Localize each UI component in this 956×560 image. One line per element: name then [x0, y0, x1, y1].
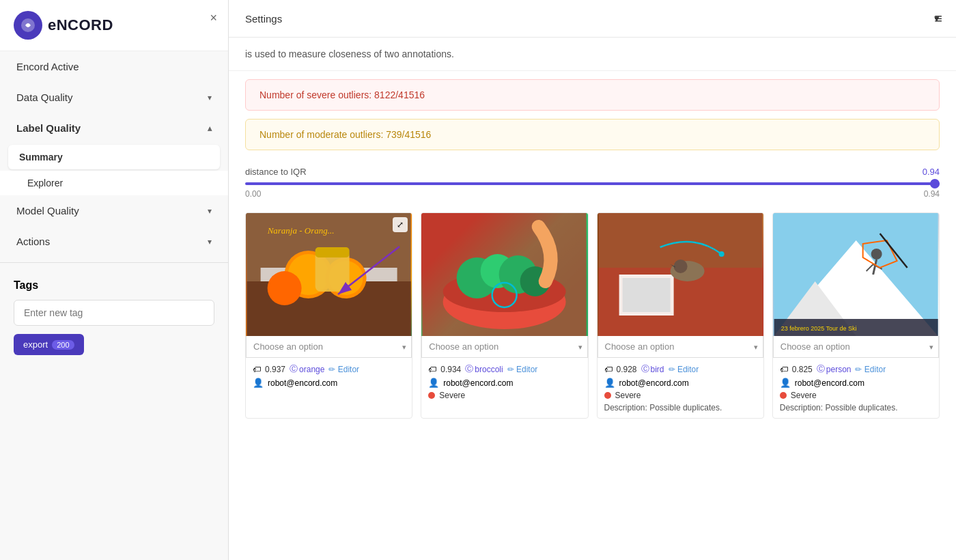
- tags-section: Tags export 200: [0, 268, 228, 366]
- hamburger-button[interactable]: ≡: [934, 11, 942, 27]
- slider-min: 0.00: [245, 189, 261, 199]
- nav-model-quality[interactable]: Model Quality ▾: [0, 195, 228, 226]
- score-3: 0.928: [617, 365, 637, 374]
- user-1: robot@encord.com: [268, 378, 337, 388]
- logo-icon: [14, 11, 42, 40]
- severe-outliers-alert: Number of severe outliers: 8122/41516: [245, 79, 940, 111]
- slider-track: [245, 182, 940, 185]
- select-wrapper-2: Choose an option ▾: [421, 336, 587, 358]
- type-2: broccoli: [475, 365, 503, 374]
- action-select-1[interactable]: Choose an option: [246, 336, 412, 358]
- slider-label: distance to IQR: [245, 167, 307, 177]
- nav-explorer[interactable]: Explorer: [0, 171, 228, 195]
- score-2: 0.934: [440, 365, 461, 374]
- main-content: ≡ Settings ▾ is used to measure closenes…: [229, 0, 956, 560]
- slider-value: 0.94: [923, 167, 940, 177]
- image-thumbnail-4: 23 febrero 2025 Tour de Ski: [773, 213, 939, 336]
- nav-label-quality[interactable]: Label Quality ▴: [0, 113, 228, 143]
- severity-row-3: Severe: [604, 391, 757, 400]
- image-card-3: Choose an option ▾ 🏷 0.928 Ⓒ bird ✏ Edit…: [597, 212, 764, 419]
- meta-score-row-2: 🏷 0.934 Ⓒ broccoli ✏ Editor: [428, 363, 580, 375]
- image-thumbnail-3: [598, 213, 763, 336]
- card-meta-2: 🏷 0.934 Ⓒ broccoli ✏ Editor 👤 robot@enco…: [421, 358, 587, 408]
- svg-point-28: [718, 251, 724, 257]
- moderate-outliers-alert: Number of moderate outliers: 739/41516: [245, 119, 940, 150]
- content-area: Settings ▾ is used to measure closeness …: [229, 0, 956, 435]
- chevron-down-icon: ▾: [208, 93, 212, 102]
- action-select-2[interactable]: Choose an option: [421, 336, 587, 358]
- card-meta-4: 🏷 0.825 Ⓒ person ✏ Editor 👤 robot@encord…: [773, 358, 939, 418]
- severity-row-4: Severe: [780, 391, 932, 400]
- meta-score-row-1: 🏷 0.937 Ⓒ orange ✏ Editor: [253, 363, 405, 375]
- action-select-4[interactable]: Choose an option: [773, 336, 939, 358]
- slider-section: distance to IQR 0.94 0.00 0.94: [229, 158, 956, 212]
- svg-point-27: [673, 260, 687, 273]
- sidebar-header: eNCORD ×: [0, 0, 228, 51]
- type-1: orange: [299, 365, 324, 374]
- select-wrapper-4: Choose an option ▾: [773, 336, 939, 358]
- type-3: bird: [651, 365, 664, 374]
- app-title: eNCORD: [48, 16, 113, 34]
- export-count: 200: [52, 340, 74, 350]
- user-2: robot@encord.com: [443, 378, 513, 388]
- user-icon-1: 👤: [253, 378, 264, 388]
- tag-input[interactable]: [14, 300, 214, 326]
- info-text: is used to measure closeness of two anno…: [229, 38, 956, 71]
- export-button[interactable]: export 200: [14, 334, 84, 355]
- severity-label-2: Severe: [439, 391, 465, 400]
- image-thumbnail-2: [421, 213, 587, 336]
- slider-max: 0.94: [924, 189, 940, 199]
- image-card-4: 23 febrero 2025 Tour de Ski Choose an op…: [772, 212, 940, 419]
- user-3: robot@encord.com: [619, 378, 689, 388]
- score-1: 0.937: [265, 365, 285, 374]
- nav-data-quality[interactable]: Data Quality ▾: [0, 82, 228, 113]
- slider-range: 0.00 0.94: [245, 189, 940, 199]
- editor-link-4[interactable]: ✏ Editor: [855, 365, 886, 374]
- user-4: robot@encord.com: [795, 378, 864, 388]
- meta-user-row-3: 👤 robot@encord.com: [604, 378, 757, 388]
- sidebar: eNCORD × Encord Active Data Quality ▾ La…: [0, 0, 229, 560]
- svg-point-32: [871, 249, 882, 260]
- svg-rect-12: [315, 247, 350, 257]
- nav-actions[interactable]: Actions ▾: [0, 226, 228, 257]
- meta-user-row-2: 👤 robot@encord.com: [428, 378, 580, 388]
- image-thumbnail-1: Naranja - Orang... ⤢: [246, 213, 412, 336]
- severity-dot-3: [604, 392, 611, 399]
- nav-summary[interactable]: Summary: [8, 145, 220, 169]
- image-grid: Naranja - Orang... ⤢ Choose an option ▾ …: [229, 212, 956, 435]
- editor-link-1[interactable]: ✏ Editor: [328, 365, 359, 374]
- user-icon-2: 👤: [428, 378, 439, 388]
- user-icon-4: 👤: [780, 378, 791, 388]
- svg-rect-25: [622, 278, 670, 312]
- top-bar: ≡: [920, 0, 956, 38]
- tags-label: Tags: [14, 279, 214, 292]
- editor-link-3[interactable]: ✏ Editor: [669, 365, 699, 374]
- close-button[interactable]: ×: [210, 11, 217, 25]
- severity-dot-4: [780, 392, 787, 399]
- description-4: Description: Possible duplicates.: [780, 403, 932, 412]
- svg-text:Naranja - Orang...: Naranja - Orang...: [267, 225, 335, 236]
- user-icon-3: 👤: [604, 378, 615, 388]
- select-wrapper-1: Choose an option ▾: [246, 336, 412, 358]
- chevron-down-icon: ▾: [208, 237, 212, 247]
- meta-score-row-4: 🏷 0.825 Ⓒ person ✏ Editor: [780, 363, 932, 375]
- slider-label-row: distance to IQR 0.94: [245, 167, 940, 177]
- severity-label-4: Severe: [791, 391, 817, 400]
- settings-dropdown[interactable]: Settings ▾: [229, 0, 956, 38]
- image-card-1: Naranja - Orang... ⤢ Choose an option ▾ …: [245, 212, 412, 419]
- meta-score-row-3: 🏷 0.928 Ⓒ bird ✏ Editor: [604, 363, 757, 375]
- action-select-3[interactable]: Choose an option: [598, 336, 763, 358]
- divider: [0, 262, 228, 263]
- card-meta-3: 🏷 0.928 Ⓒ bird ✏ Editor 👤 robot@encord.c…: [598, 358, 763, 418]
- svg-text:23 febrero 2025  Tour de Ski: 23 febrero 2025 Tour de Ski: [781, 325, 856, 332]
- severity-dot-2: [428, 392, 435, 399]
- slider-thumb[interactable]: [930, 179, 940, 188]
- score-4: 0.825: [792, 365, 813, 374]
- nav-encord-active[interactable]: Encord Active: [0, 51, 228, 82]
- select-wrapper-3: Choose an option ▾: [598, 336, 763, 358]
- expand-button-1[interactable]: ⤢: [393, 217, 408, 232]
- editor-link-2[interactable]: ✏ Editor: [507, 365, 538, 374]
- svg-point-10: [268, 271, 302, 305]
- card-meta-1: 🏷 0.937 Ⓒ orange ✏ Editor 👤 robot@encord…: [246, 358, 412, 396]
- image-card-2: Choose an option ▾ 🏷 0.934 Ⓒ broccoli ✏ …: [421, 212, 588, 419]
